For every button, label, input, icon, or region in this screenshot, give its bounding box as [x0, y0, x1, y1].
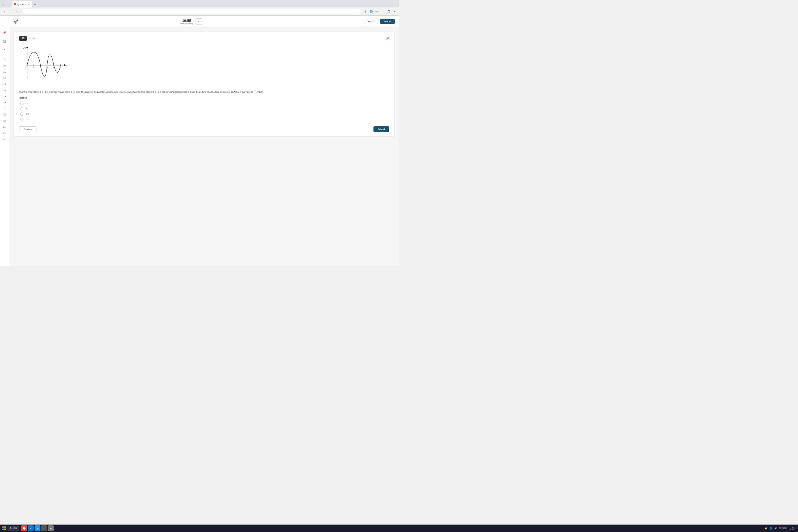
sidebar: → 📌 📋 ≡ 9 10 11 12 13 14 15 16 17 18 19 …: [0, 16, 9, 266]
tab-bar: ‹ › 🔴 Quizzes 2 ✕ +: [0, 0, 399, 7]
option-neg10-label: -10: [25, 113, 29, 115]
question-header-left: 25 1 point: [19, 36, 35, 41]
browser-actions: ⬇ 🌐 ••• — ❐ ✕: [363, 9, 397, 14]
svg-text:v(t): v(t): [23, 47, 26, 49]
pin-question-icon[interactable]: 📌: [386, 37, 389, 40]
option-5-label: 5: [25, 108, 26, 110]
address-input[interactable]: [21, 9, 361, 14]
timer-area: 19:55 Time Remaining ‹: [180, 18, 202, 25]
q-num-16[interactable]: 16: [1, 99, 8, 105]
active-tab[interactable]: 🔴 Quizzes 2 ✕: [12, 1, 32, 7]
close-btn[interactable]: ✕: [392, 9, 397, 14]
q-num-12[interactable]: 12: [1, 75, 8, 81]
svg-text:t: t: [66, 64, 67, 67]
option-neg5-label: -5: [25, 102, 27, 104]
graph-container: v(t) t O 1 2 3 4 5: [19, 44, 389, 87]
svg-text:1: 1: [33, 66, 34, 68]
refresh-btn[interactable]: ↻: [15, 9, 20, 14]
top-actions: Return Submit: [364, 19, 395, 24]
tab-close-btn[interactable]: ✕: [27, 3, 30, 6]
question-number: 25: [19, 36, 27, 41]
integral-expression: ∫24 v(t) dt: [253, 91, 262, 93]
sidebar-divider-1: [1, 27, 8, 27]
timer-text: 19:55 Time Remaining: [180, 19, 193, 24]
question-card: 25 1 point 📌 v(t): [14, 32, 395, 136]
velocity-graph: v(t) t O 1 2 3 4 5: [19, 44, 72, 87]
previous-button[interactable]: Previous: [19, 126, 36, 132]
svg-marker-2: [26, 46, 28, 48]
option-10-label: 10: [25, 118, 28, 120]
question-header: 25 1 point 📌: [19, 36, 389, 41]
svg-marker-3: [64, 64, 66, 66]
forward-nav-btn[interactable]: ›: [6, 2, 12, 7]
app: → 📌 📋 ≡ 9 10 11 12 13 14 15 16 17 18 19 …: [0, 16, 399, 266]
option-neg10[interactable]: -10: [20, 113, 389, 116]
sidebar-book-btn[interactable]: 📋: [1, 37, 8, 45]
q-num-10[interactable]: 10: [1, 63, 8, 69]
tab-title: Quizzes 2: [18, 3, 26, 5]
pin-icon: 📌: [3, 31, 6, 34]
option-neg5[interactable]: -5: [20, 102, 389, 105]
radio-neg5[interactable]: [20, 102, 23, 105]
submit-button-bottom[interactable]: Submit: [374, 126, 389, 132]
answer-options: -5 5 -10 10: [20, 102, 389, 121]
book-icon: 📋: [3, 40, 6, 42]
minimize-btn[interactable]: —: [380, 9, 385, 14]
question-code: 4BCF16: [19, 97, 389, 99]
q-num-9[interactable]: 9: [1, 57, 8, 62]
browser-back-btn[interactable]: ‹: [2, 9, 7, 14]
radio-5[interactable]: [20, 107, 23, 110]
q-num-15[interactable]: 15: [1, 93, 8, 99]
tab-favicon: 🔴: [14, 3, 17, 5]
top-bar: 🚀 19:55 Time Remaining ‹ Return Submit: [9, 16, 399, 27]
question-points: 1 point: [29, 37, 35, 40]
timer-value: 19:55: [180, 19, 193, 23]
q-num-14[interactable]: 14: [1, 87, 8, 93]
collapse-timer-btn[interactable]: ‹: [195, 18, 202, 25]
arrow-icon: →: [3, 20, 6, 23]
maximize-btn[interactable]: ❐: [386, 9, 391, 14]
sidebar-pin-btn[interactable]: 📌: [1, 29, 8, 36]
sidebar-arrow-btn[interactable]: →: [1, 18, 8, 25]
radio-neg10[interactable]: [20, 113, 23, 116]
content-area: 25 1 point 📌 v(t): [9, 27, 399, 141]
q-num-19[interactable]: 19: [1, 118, 8, 124]
timer-label: Time Remaining: [180, 23, 193, 24]
browser-chrome: ‹ › 🔴 Quizzes 2 ✕ + ‹ › ↻ ⬇ 🌐 ••• — ❐ ✕: [0, 0, 399, 16]
option-10[interactable]: 10: [20, 118, 389, 121]
list-icon: ≡: [4, 48, 5, 51]
more-btn[interactable]: •••: [375, 9, 379, 14]
sidebar-list-btn[interactable]: ≡: [1, 46, 8, 53]
return-button[interactable]: Return: [364, 19, 378, 24]
chevron-left-icon: ‹: [198, 20, 199, 23]
svg-text:O: O: [25, 66, 26, 68]
question-text: Over the time interval 0 ≤ t ≤ 5, a part…: [19, 90, 389, 94]
main-content: 🚀 19:55 Time Remaining ‹ Return Submit: [9, 16, 399, 266]
footer-actions: Previous Submit: [19, 126, 389, 132]
q-num-18[interactable]: 18: [1, 112, 8, 118]
radio-10[interactable]: [20, 118, 23, 121]
option-5[interactable]: 5: [20, 107, 389, 110]
back-nav-btn[interactable]: ‹: [1, 2, 6, 7]
download-btn[interactable]: ⬇: [363, 9, 367, 14]
app-logo: 🚀: [14, 19, 18, 24]
address-bar: ‹ › ↻ ⬇ 🌐 ••• — ❐ ✕: [0, 7, 399, 15]
browser-forward-btn[interactable]: ›: [8, 9, 13, 14]
globe-btn[interactable]: 🌐: [369, 9, 374, 14]
q-num-13[interactable]: 13: [1, 81, 8, 87]
q-num-22[interactable]: 22: [1, 136, 8, 142]
q-num-20[interactable]: 20: [1, 124, 8, 130]
submit-button-top[interactable]: Submit: [380, 19, 395, 24]
q-num-21[interactable]: 21: [1, 130, 8, 136]
q-num-11[interactable]: 11: [1, 69, 8, 75]
q-num-17[interactable]: 17: [1, 106, 8, 111]
new-tab-btn[interactable]: +: [32, 2, 38, 7]
question-nav: 9 10 11 12 13 14 15 16 17 18 19 20 21 22: [1, 57, 8, 264]
